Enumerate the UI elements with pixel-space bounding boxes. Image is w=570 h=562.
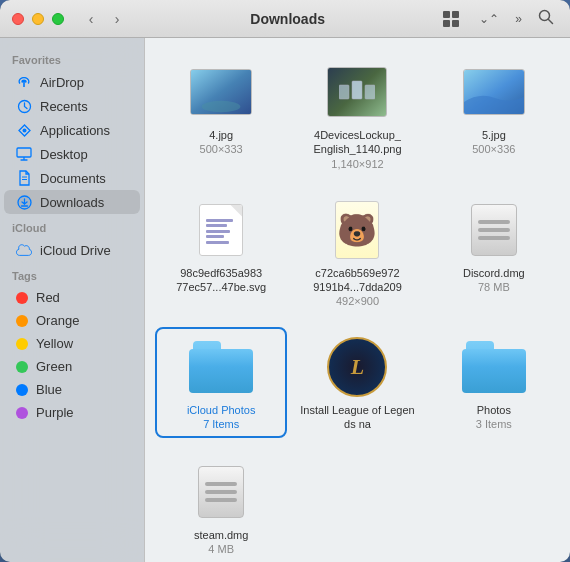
orange-label: Orange — [36, 313, 79, 328]
sidebar-item-blue[interactable]: Blue — [4, 378, 140, 401]
documents-label: Documents — [40, 171, 106, 186]
file-icon-pooh: 🐻 — [325, 198, 389, 262]
purple-label: Purple — [36, 405, 74, 420]
yellow-label: Yellow — [36, 336, 73, 351]
favorites-label: Favorites — [0, 46, 144, 70]
svg-rect-2 — [443, 20, 450, 27]
search-button[interactable] — [534, 7, 558, 30]
sidebar-item-recents[interactable]: Recents — [4, 94, 140, 118]
sidebar: Favorites AirDrop Recents — [0, 38, 145, 562]
green-label: Green — [36, 359, 72, 374]
desktop-icon — [16, 146, 32, 162]
sidebar-item-applications[interactable]: Applications — [4, 118, 140, 142]
content-area: Favorites AirDrop Recents — [0, 38, 570, 562]
file-icon-lockup — [325, 60, 389, 124]
downloads-label: Downloads — [40, 195, 104, 210]
file-item-5jpg[interactable]: 5.jpg 500×336 — [430, 54, 558, 161]
file-item-photos[interactable]: Photos 3 Items — [430, 329, 558, 436]
orange-dot — [16, 315, 28, 327]
tags-label: Tags — [0, 262, 144, 286]
file-item-4jpg[interactable]: 4.jpg 500×333 — [157, 54, 285, 161]
icloud-label: iCloud — [0, 214, 144, 238]
airdrop-label: AirDrop — [40, 75, 84, 90]
titlebar: ‹ › Downloads ⌄⌃ » — [0, 0, 570, 38]
file-item-steam[interactable]: steam.dmg 4 MB — [157, 454, 285, 561]
file-icon-league: L — [325, 335, 389, 399]
close-button[interactable] — [12, 13, 24, 25]
file-icon-photos — [462, 335, 526, 399]
svg-rect-8 — [17, 148, 31, 157]
file-area: 4.jpg 500×333 4DevicesL — [145, 38, 570, 562]
desktop-label: Desktop — [40, 147, 88, 162]
sidebar-item-icloud-drive[interactable]: iCloud Drive — [4, 238, 140, 262]
file-name-icloud-photos: iCloud Photos — [187, 403, 256, 417]
sidebar-item-documents[interactable]: Documents — [4, 166, 140, 190]
svg-rect-0 — [443, 11, 450, 18]
file-item-icloud-photos[interactable]: iCloud Photos 7 Items — [157, 329, 285, 436]
blue-label: Blue — [36, 382, 62, 397]
svg-line-5 — [549, 20, 553, 24]
file-item-lockup[interactable]: 4DevicesLockup_English_1140.png 1,140×91… — [293, 54, 421, 176]
file-icon-discord — [462, 198, 526, 262]
svg-rect-1 — [452, 11, 459, 18]
file-grid: 4.jpg 500×333 4DevicesL — [157, 54, 558, 561]
sidebar-item-downloads[interactable]: Downloads — [4, 190, 140, 214]
sort-chevrons[interactable]: ⌄⌃ — [475, 10, 503, 28]
file-size-pooh: 492×900 — [336, 295, 379, 307]
svg-rect-18 — [352, 81, 362, 99]
maximize-button[interactable] — [52, 13, 64, 25]
file-name-lockup: 4DevicesLockup_English_1140.png — [313, 128, 401, 157]
file-item-svg[interactable]: 98c9edf635a98377ec57...47be.svg — [157, 192, 285, 301]
sidebar-item-yellow[interactable]: Yellow — [4, 332, 140, 355]
forward-button[interactable]: › — [106, 8, 128, 30]
file-name-pooh: c72ca6b569e9729191b4...7dda209 — [313, 266, 402, 295]
titlebar-actions: ⌄⌃ » — [435, 7, 558, 30]
back-button[interactable]: ‹ — [80, 8, 102, 30]
file-size-4jpg: 500×333 — [200, 143, 243, 155]
file-name-steam: steam.dmg — [194, 528, 248, 542]
file-size-5jpg: 500×336 — [472, 143, 515, 155]
sidebar-item-red[interactable]: Red — [4, 286, 140, 309]
minimize-button[interactable] — [32, 13, 44, 25]
file-item-pooh[interactable]: 🐻 c72ca6b569e9729191b4...7dda209 492×900 — [293, 192, 421, 314]
applications-label: Applications — [40, 123, 110, 138]
file-name-svg: 98c9edf635a98377ec57...47be.svg — [176, 266, 266, 295]
svg-point-16 — [202, 101, 241, 113]
documents-icon — [16, 170, 32, 186]
sidebar-item-airdrop[interactable]: AirDrop — [4, 70, 140, 94]
yellow-dot — [16, 338, 28, 350]
window-title: Downloads — [140, 11, 435, 27]
svg-rect-19 — [365, 85, 375, 99]
file-name-photos: Photos — [477, 403, 511, 417]
traffic-lights — [12, 13, 64, 25]
file-item-discord[interactable]: Discord.dmg 78 MB — [430, 192, 558, 299]
blue-dot — [16, 384, 28, 396]
folder-icon-icloud — [189, 341, 253, 393]
green-dot — [16, 361, 28, 373]
view-grid-button[interactable] — [435, 8, 467, 30]
file-size-photos: 3 Items — [476, 418, 512, 430]
file-icon-icloud-photos — [189, 335, 253, 399]
icloud-drive-label: iCloud Drive — [40, 243, 111, 258]
file-icon-4jpg — [189, 60, 253, 124]
sidebar-item-purple[interactable]: Purple — [4, 401, 140, 424]
more-options[interactable]: » — [511, 10, 526, 28]
recents-icon — [16, 98, 32, 114]
file-size-steam: 4 MB — [208, 543, 234, 555]
file-icon-5jpg — [462, 60, 526, 124]
file-name-5jpg: 5.jpg — [482, 128, 506, 142]
sidebar-item-green[interactable]: Green — [4, 355, 140, 378]
file-name-4jpg: 4.jpg — [209, 128, 233, 142]
sidebar-item-orange[interactable]: Orange — [4, 309, 140, 332]
recents-label: Recents — [40, 99, 88, 114]
purple-dot — [16, 407, 28, 419]
file-name-discord: Discord.dmg — [463, 266, 525, 280]
svg-point-7 — [22, 128, 26, 132]
folder-icon-photos — [462, 341, 526, 393]
file-size-discord: 78 MB — [478, 281, 510, 293]
red-dot — [16, 292, 28, 304]
file-item-league[interactable]: L Install League of Legends na — [293, 329, 421, 438]
file-icon-svg — [189, 198, 253, 262]
sidebar-item-desktop[interactable]: Desktop — [4, 142, 140, 166]
airdrop-icon — [16, 74, 32, 90]
